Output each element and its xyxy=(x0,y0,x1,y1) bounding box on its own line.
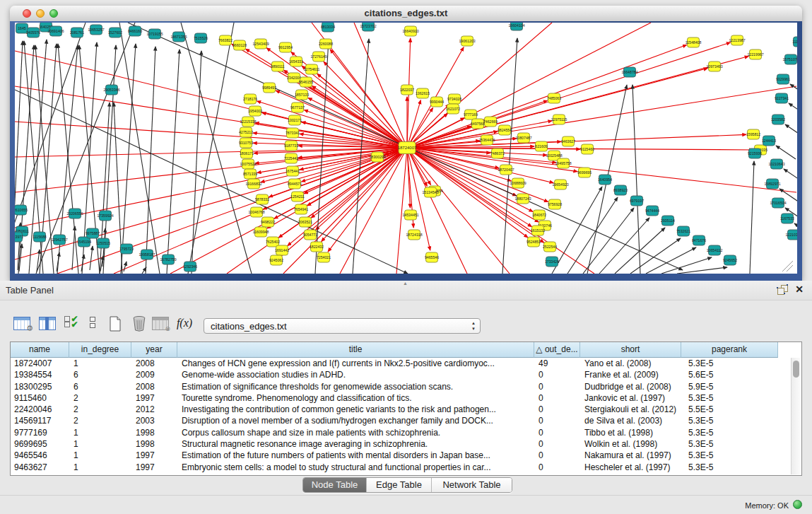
graph-node[interactable]: 7532621 xyxy=(676,226,690,236)
graph-node[interactable]: 9054771 xyxy=(303,230,317,240)
column-header-name[interactable]: name xyxy=(11,342,69,358)
graph-node[interactable]: 2260088 xyxy=(319,39,333,49)
graph-node[interactable]: 1244413 xyxy=(762,136,776,146)
graph-node[interactable]: 9215936 xyxy=(748,148,762,158)
graph-node[interactable]: 9912954 xyxy=(278,42,293,52)
graph-node[interactable]: 9677137 xyxy=(290,103,305,112)
graph-node[interactable]: 20691406 xyxy=(47,26,64,36)
graph-node[interactable]: 15723702 xyxy=(360,23,376,31)
graph-node[interactable]: 9474444 xyxy=(645,206,659,216)
delete-column-button[interactable] xyxy=(129,313,150,334)
graph-node[interactable]: 5878332 xyxy=(255,194,269,204)
graph-node[interactable]: 10688609 xyxy=(510,178,526,188)
graph-node[interactable]: 9699695 xyxy=(577,168,592,177)
graph-node[interactable]: 12213987 xyxy=(729,35,745,45)
graph-node[interactable]: 7254021 xyxy=(317,252,331,262)
graph-node[interactable]: 9546155 xyxy=(299,77,313,87)
graph-node[interactable]: 1112404 xyxy=(792,37,797,47)
table-row[interactable]: 977716911998Corpus callosum shape and si… xyxy=(11,427,792,438)
graph-node[interactable]: 2610655 xyxy=(15,205,28,215)
graph-node[interactable]: 9187733 xyxy=(284,141,298,151)
graph-node[interactable]: 16782759 xyxy=(160,255,176,264)
table-row[interactable]: 2242004622012Investigating the contribut… xyxy=(11,404,792,415)
column-header-in_degree[interactable]: in_degree xyxy=(69,342,131,358)
graph-node[interactable]: 9990444 xyxy=(430,97,444,107)
graph-node[interactable]: 8944571 xyxy=(288,179,302,189)
graph-node[interactable]: 8466160 xyxy=(128,26,142,36)
graph-node[interactable]: 7462669 xyxy=(483,117,498,127)
graph-node[interactable]: 19166832 xyxy=(245,179,261,189)
graph-node[interactable]: 9989493 xyxy=(262,83,276,93)
graph-hub-node[interactable]: 18724007 xyxy=(398,142,417,154)
graph-node[interactable]: 12219967 xyxy=(747,49,763,59)
graph-node[interactable]: 9245652 xyxy=(723,255,737,265)
graph-node[interactable]: 10807487 xyxy=(515,133,531,143)
graph-node[interactable]: 1675441 xyxy=(286,166,300,176)
graph-node[interactable]: 12754611 xyxy=(304,64,320,74)
select-column-button[interactable] xyxy=(37,313,58,334)
graph-node[interactable]: 1254211 xyxy=(290,192,305,201)
graph-node[interactable]: 1203582 xyxy=(771,115,785,124)
tab-node-table[interactable]: Node Table xyxy=(303,478,367,492)
graph-node[interactable]: 19061203 xyxy=(459,36,475,46)
table-row[interactable]: 1830029562008Estimation of significance … xyxy=(11,381,792,392)
graph-node[interactable]: 1840672 xyxy=(532,210,546,220)
graph-node[interactable]: 15892971 xyxy=(764,179,780,189)
graph-node[interactable]: 1527602 xyxy=(108,28,122,37)
graph-node[interactable]: 621609 xyxy=(535,141,547,151)
table-row[interactable]: 1456911722003Disruption of a novel membe… xyxy=(11,415,792,426)
graph-node[interactable]: 2063521 xyxy=(298,217,312,227)
graph-node[interactable]: 1795723 xyxy=(119,244,134,254)
graph-node[interactable]: 10210643 xyxy=(768,159,784,169)
graph-node[interactable]: 7485063 xyxy=(547,93,561,103)
close-panel-icon[interactable]: ✕ xyxy=(795,284,804,295)
graph-node[interactable]: 10654112 xyxy=(707,245,723,255)
graph-node[interactable]: 1733426 xyxy=(545,257,559,267)
graph-node[interactable]: 1806171 xyxy=(240,148,254,158)
graph-node[interactable]: 9329961 xyxy=(776,74,790,84)
graph-node[interactable]: 17016504 xyxy=(770,198,786,208)
new-column-button[interactable] xyxy=(105,313,126,334)
graph-node[interactable]: 1822037 xyxy=(400,85,414,95)
graph-node[interactable]: 7225442 xyxy=(284,153,298,163)
column-header-out_de[interactable]: △ out_de... xyxy=(534,342,580,358)
graph-node[interactable]: 1857133 xyxy=(295,90,309,100)
row-height-button[interactable] xyxy=(82,313,103,334)
column-header-year[interactable]: year xyxy=(131,342,177,358)
graph-node[interactable]: 8938923 xyxy=(613,185,628,195)
graph-node[interactable]: 9498222 xyxy=(261,217,275,227)
graph-node[interactable]: 16648784 xyxy=(621,67,637,77)
graph-node[interactable]: 7663822 xyxy=(218,35,233,45)
graph-node[interactable]: 9524851 xyxy=(526,237,541,247)
graph-node[interactable]: 11548408 xyxy=(686,37,702,47)
graph-node[interactable]: 9777169 xyxy=(464,110,478,119)
table-settings-button[interactable]: ⚙ xyxy=(11,313,33,334)
graph-node[interactable]: 14671355 xyxy=(170,32,187,42)
graph-node[interactable]: 9310753 xyxy=(239,138,253,148)
graph-node[interactable]: 14534451 xyxy=(402,210,418,220)
graph-node[interactable]: 18720407 xyxy=(498,165,514,175)
graph-node[interactable]: 10046768 xyxy=(248,207,264,217)
graph-node[interactable]: 9890111 xyxy=(271,62,285,71)
graph-node[interactable]: 19654923 xyxy=(552,180,568,189)
graph-node[interactable]: 10075524 xyxy=(240,159,256,169)
graph-node[interactable]: 12942757 xyxy=(51,235,67,245)
graph-node[interactable]: 1822432 xyxy=(310,242,324,252)
graph-node[interactable]: 1302171 xyxy=(288,115,302,125)
graph-node[interactable]: 12215338 xyxy=(240,117,256,127)
graph-node[interactable]: 18807243 xyxy=(514,194,531,204)
graph-node[interactable]: 6979197 xyxy=(630,196,644,206)
graph-node[interactable]: 25364436 xyxy=(478,135,495,145)
graph-node[interactable]: 10719155 xyxy=(146,29,163,39)
window-titlebar[interactable]: citations_edges.txt xyxy=(10,6,802,22)
graph-node[interactable]: 1595812 xyxy=(746,129,760,139)
graph-node[interactable]: 29053346 xyxy=(103,85,119,95)
graph-node[interactable]: 1292346 xyxy=(183,262,197,271)
graph-node[interactable]: 1362615 xyxy=(416,88,430,98)
graph-node[interactable]: 9463627 xyxy=(561,136,575,146)
tab-network-table[interactable]: Network Table xyxy=(432,478,512,492)
graph-node[interactable]: 18300295 xyxy=(369,152,385,162)
graph-node[interactable]: 8571339 xyxy=(243,169,257,179)
graph-node[interactable]: 7654941 xyxy=(294,204,308,214)
table-row[interactable]: 1938455462009Genome-wide association stu… xyxy=(11,369,792,380)
